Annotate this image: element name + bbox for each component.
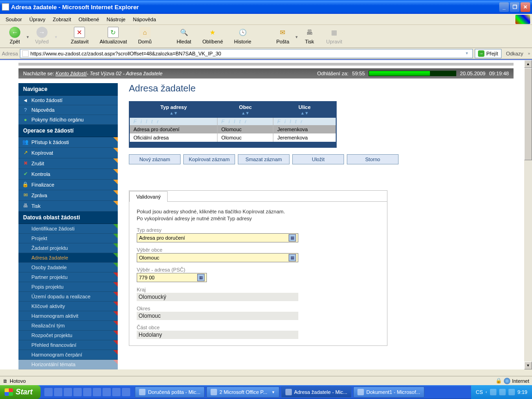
label-cast: Část obce (137, 325, 380, 330)
ql-icon[interactable] (93, 388, 101, 396)
refresh-button[interactable]: ↻Aktualizovat (94, 27, 133, 48)
picker-icon[interactable]: ▦ (289, 234, 296, 242)
data-item-adresa[interactable]: Adresa žadatele (18, 253, 118, 263)
favorites-button[interactable]: ★Oblíbené (197, 27, 229, 48)
ops-item-print[interactable]: 🖶Tisk (18, 201, 118, 212)
task-item-outlook[interactable]: Doručená pošta - Mic... (135, 387, 205, 398)
data-item-cerpani[interactable]: Harmonogram čerpání (18, 350, 118, 360)
tray-icon[interactable] (508, 389, 515, 395)
picker-icon[interactable]: ▦ (289, 254, 296, 261)
data-item-uzemi[interactable]: Území dopadu a realizace (18, 292, 118, 302)
ops-item-finalize[interactable]: 🔒Finalizace (18, 180, 118, 190)
data-item-partner[interactable]: Partner projektu (18, 272, 118, 282)
search-button[interactable]: 🔍Hledat (171, 27, 197, 48)
url-dropdown-icon[interactable]: ▼ (463, 51, 471, 55)
data-item-identifikace[interactable]: Identifikace žádosti (18, 224, 118, 234)
breadcrumb-link[interactable]: Konto žádostí (55, 71, 86, 76)
mail-icon: ✉ (277, 27, 288, 38)
ops-item-check[interactable]: ✔Kontrola (18, 169, 118, 180)
ql-icon[interactable] (83, 388, 91, 396)
task-item-word[interactable]: Dokument1 - Microsof... (353, 387, 424, 398)
clock[interactable]: 9:19 (518, 389, 527, 395)
menu-tools[interactable]: Nástroje (103, 15, 129, 24)
picker-icon[interactable]: ▦ (197, 274, 205, 281)
col-ulice[interactable]: Ulice▲▼ (273, 102, 336, 118)
data-item-zadatel[interactable]: Žadatel projektu (18, 243, 118, 253)
history-button[interactable]: 🕓Historie (229, 27, 257, 48)
ql-icon[interactable] (73, 388, 82, 396)
forward-button[interactable]: →Vpřed (30, 27, 54, 48)
tray-icon[interactable] (499, 389, 506, 395)
field-typ[interactable]: Adresa pro doručení▦ (137, 233, 298, 242)
filter-row[interactable]: F i l t rF i l t rF i l t r (129, 118, 336, 125)
links-label[interactable]: Odkazy (503, 51, 526, 56)
ops-item-copy[interactable]: ↗Kopírovat (18, 148, 118, 158)
col-obec[interactable]: Obec▲▼ (218, 102, 273, 118)
task-item-ie[interactable]: Adresa žadatele - Mic... (281, 387, 352, 398)
go-button[interactable]: →Přejít (475, 49, 502, 58)
tray-icon[interactable] (490, 389, 496, 395)
start-button[interactable]: Start (0, 385, 41, 399)
ops-header: Operace se žádostí (18, 125, 118, 137)
table-row[interactable]: Adresa pro doručeníOlomoucJeremenkova (129, 125, 336, 133)
ql-icon[interactable] (54, 388, 62, 396)
edit-button[interactable]: ▦Upravit (320, 27, 348, 48)
data-item-rozpocet[interactable]: Rozpočet projektu (18, 331, 118, 340)
ops-item-message[interactable]: ✉Zpráva (18, 190, 118, 201)
cancel-button[interactable]: Storno (347, 154, 399, 164)
close-button[interactable]: ✕ (520, 2, 530, 12)
ql-icon[interactable] (64, 388, 72, 396)
menu-file[interactable]: Soubor (2, 15, 25, 24)
tray-expand-icon[interactable]: ‹ (486, 390, 487, 394)
menu-view[interactable]: Zobrazit (49, 15, 75, 24)
data-item-klicove[interactable]: Klíčové aktivity (18, 302, 118, 311)
data-item-osoby[interactable]: Osoby žadatele (18, 263, 118, 272)
sort-icon[interactable]: ▲▼ (301, 111, 309, 115)
ql-icon[interactable] (122, 388, 130, 396)
table-row[interactable]: Oficiální adresaOlomoucJeremenkova (129, 133, 336, 142)
print-button[interactable]: 🖶Tisk (298, 27, 320, 48)
copy-button[interactable]: Kopírovat záznam (183, 154, 235, 164)
stop-button[interactable]: ✕Zastavit (65, 27, 94, 48)
url-input[interactable] (30, 51, 463, 56)
minimize-button[interactable]: _ (499, 2, 509, 12)
scroll-up-button[interactable]: ▲ (524, 60, 532, 68)
mail-button[interactable]: ✉Pošta (271, 27, 295, 48)
nav-item-konto[interactable]: ◄Konto žádostí (18, 96, 118, 105)
data-item-financovani[interactable]: Přehled financování (18, 340, 118, 350)
home-button[interactable]: ⌂Domů (133, 27, 157, 48)
data-item-harmonogram[interactable]: Harmonogram aktivit (18, 311, 118, 321)
tab-validated[interactable]: Validovaný (129, 191, 168, 202)
field-obec[interactable]: Olomouc▦ (137, 253, 298, 262)
maximize-button[interactable]: ❐ (510, 2, 520, 12)
delete-button[interactable]: Smazat záznam (238, 154, 290, 164)
back-button[interactable]: ←Zpět (4, 27, 26, 48)
ops-item-cancel[interactable]: ✖Zrušit (18, 158, 118, 169)
data-item-horizontal[interactable]: Horizontální témata (18, 360, 118, 369)
menu-edit[interactable]: Úpravy (25, 15, 49, 24)
nav-item-help[interactable]: ?Nápověda (18, 105, 118, 115)
new-button[interactable]: Nový záznam (129, 154, 181, 164)
col-typ[interactable]: Typ adresy▲▼ (129, 102, 218, 118)
data-item-tym[interactable]: Realizační tým (18, 321, 118, 331)
task-item-office[interactable]: 2 Microsoft Office P...▼ (206, 387, 279, 398)
nav-item-pokyny[interactable]: ●Pokyny řídícího orgánu (18, 115, 118, 125)
lang-indicator[interactable]: CS (476, 389, 483, 395)
sort-icon[interactable]: ▲▼ (241, 111, 249, 115)
chevron-icon[interactable]: » (528, 51, 530, 56)
ql-icon[interactable] (112, 388, 121, 396)
ql-icon[interactable] (44, 388, 53, 396)
save-button[interactable]: Uložit (292, 154, 344, 164)
ql-icon[interactable] (103, 388, 111, 396)
menu-favorites[interactable]: Oblíbené (75, 15, 103, 24)
scroll-thumb[interactable] (524, 68, 532, 160)
menu-help[interactable]: Nápověda (129, 15, 160, 24)
vertical-scrollbar[interactable]: ▲ ▼ (524, 60, 532, 369)
sort-icon[interactable]: ▲▼ (169, 111, 178, 115)
data-item-projekt[interactable]: Projekt (18, 234, 118, 243)
data-item-popis[interactable]: Popis projektu (18, 282, 118, 292)
ops-item-access[interactable]: 👥Přístup k žádosti (18, 137, 118, 148)
scroll-down-button[interactable]: ▼ (524, 362, 532, 369)
url-box[interactable]: ▼ (20, 49, 473, 58)
field-psc[interactable]: 779 00▦ (137, 273, 207, 282)
